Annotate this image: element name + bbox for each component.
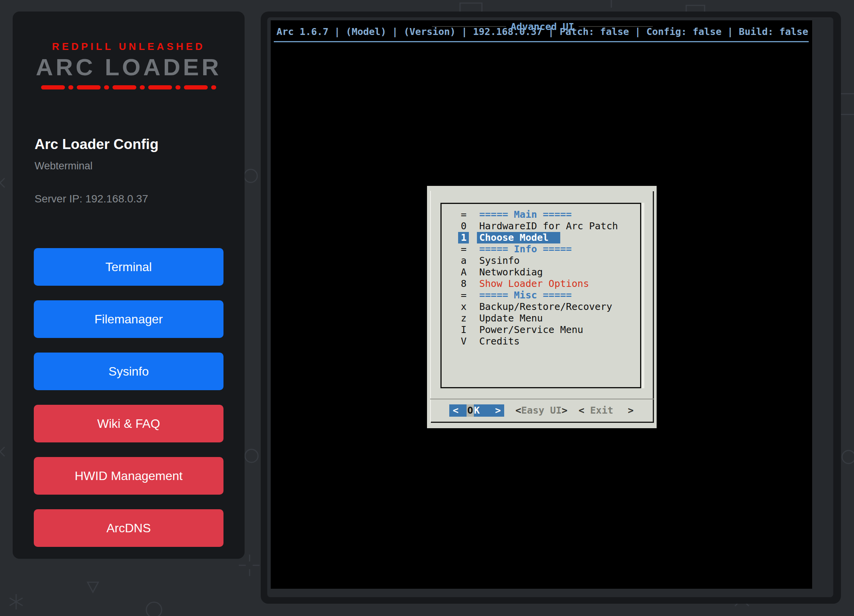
sidebar: REDPILL UNLEASHED ARC LOADER Arc Loader … [13,12,245,559]
menu-item-credits[interactable]: VCredits [442,336,640,347]
easy-ui-button[interactable]: <Easy UI> [515,404,567,417]
menu-item-info-header[interactable]: ====== Info ===== [442,243,640,255]
decor-circle-icon [146,602,162,616]
advanced-ui-dialog: Advanced UI ====== Main ===== 0HardwareI… [427,186,657,428]
dialog-title-row: Advanced UI [432,21,653,32]
page: REDPILL UNLEASHED ARC LOADER Arc Loader … [0,0,854,616]
menu-item-sysinfo[interactable]: aSysinfo [442,255,640,267]
page-title: Arc Loader Config [35,136,245,152]
ok-button[interactable]: <OK> [449,404,504,417]
terminal-window: Arc 1.6.7 | (Model) | (Version) | 192.16… [261,12,841,604]
menu-item-show-loader-options[interactable]: 8Show Loader Options [442,278,640,290]
cursor: O [467,404,474,417]
terminal-button[interactable]: Terminal [34,248,223,286]
terminal-screen[interactable]: Arc 1.6.7 | (Model) | (Version) | 192.16… [271,20,812,589]
filemanager-button[interactable]: Filemanager [34,300,223,338]
server-ip-label: Server IP: 192.168.0.37 [35,193,245,205]
terminal-backtitle-rule [274,41,809,42]
sysinfo-button[interactable]: Sysinfo [34,353,223,390]
wiki-faq-button[interactable]: Wiki & FAQ [34,405,223,442]
menu-item-power-service[interactable]: IPower/Service Menu [442,324,640,336]
dialog-title: Advanced UI [506,21,579,32]
decor-circle-icon [244,169,257,182]
decor-x-icon [0,178,5,187]
decor-circle-icon [842,450,854,464]
page-subtitle: Webterminal [35,160,245,172]
decor-plus-icon [239,555,260,576]
menu-item-networkdiag[interactable]: ANetworkdiag [442,267,640,278]
brand-tagline: REDPILL UNLEASHED [13,41,245,51]
exit-button[interactable]: <Exit> [579,404,634,417]
terminal-card: Arc 1.6.7 | (Model) | (Version) | 192.16… [267,17,833,597]
decor-triangle-icon [88,582,98,592]
decor-x-icon [0,447,5,456]
hwid-management-button[interactable]: HWID Management [34,457,223,495]
menu-item-backup-restore[interactable]: xBackup/Restore/Recovery [442,301,640,313]
arcdns-button[interactable]: ArcDNS [34,509,223,547]
dialog-menu: ====== Main ===== 0HardwareID for Arc Pa… [440,203,641,388]
brand-logo: ARC LOADER [13,55,245,79]
menu-item-choose-model[interactable]: 1Choose Model [442,232,640,243]
menu-item-update-menu[interactable]: zUpdate Menu [442,313,640,324]
sidebar-nav: Terminal Filemanager Sysinfo Wiki & FAQ … [13,248,245,547]
dialog-buttons: <OK> <Easy UI> <Exit> [449,404,634,417]
menu-item-hardwareid[interactable]: 0HardwareID for Arc Patch [442,220,640,232]
decor-star-icon [10,594,23,609]
brand-dashed-divider [24,85,233,89]
menu-item-misc-header[interactable]: ====== Misc ===== [442,290,640,301]
decor-circle-icon [245,449,258,462]
dialog-button-separator [430,399,654,399]
decor-square-icon [840,94,854,114]
menu-item-main-header[interactable]: ====== Main ===== [442,209,640,220]
